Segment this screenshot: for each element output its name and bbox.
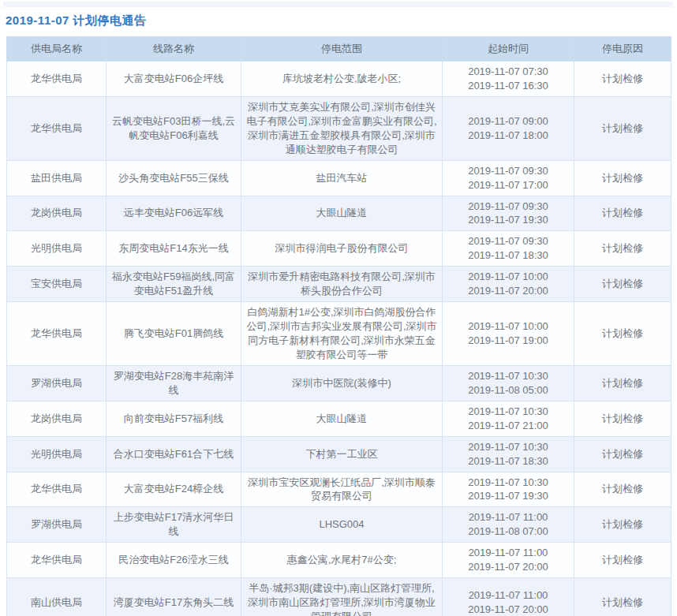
table-row: 光明供电局东周变电站F14东光一线深圳市得润电子股份有限公司2019-11-07… [7, 231, 671, 267]
time-start: 2019-11-07 09:30 [447, 164, 569, 178]
reason-cell: 计划检修 [574, 196, 671, 231]
column-header-reason: 停电原因 [574, 37, 671, 62]
line-cell: 上步变电站F17清水河华日线 [107, 507, 241, 543]
time-start: 2019-11-07 09:00 [447, 114, 569, 129]
scope-cell: 库坑坡老村公变,陂老小区; [241, 62, 443, 97]
bureau-cell: 龙华供电局 [7, 302, 107, 366]
bureau-cell: 龙岗供电局 [7, 401, 107, 436]
line-cell: 大富变电站F24樟企线 [107, 472, 241, 507]
table-row: 南山供电局湾厦变电站F17东角头二线半岛·城邦3期(建设中),南山区路灯管理所,… [7, 578, 671, 616]
time-start: 2019-11-07 11:00 [447, 546, 569, 560]
bureau-cell: 龙岗供电局 [7, 196, 107, 231]
scope-cell: 深圳市中医院(装修中) [241, 365, 443, 401]
table-row: 龙华供电局腾飞变电站F01腾鸽线白鸽湖新村1#公变,深圳市白鸽湖股份合作公司,深… [7, 302, 671, 366]
column-header-time: 起始时间 [443, 37, 574, 62]
time-start: 2019-11-07 10:30 [447, 440, 569, 454]
time-cell: 2019-11-07 10:002019-11-07 20:00 [443, 267, 574, 302]
reason-cell: 计划检修 [574, 365, 671, 401]
time-cell: 2019-11-07 10:302019-11-07 21:00 [443, 401, 574, 436]
reason-cell: 计划检修 [574, 543, 671, 578]
bureau-cell: 宝安供电局 [7, 267, 107, 302]
time-end: 2019-11-07 17:00 [447, 178, 569, 192]
scope-cell: 大眼山隧道 [241, 401, 443, 436]
time-cell: 2019-11-07 11:002019-11-07 20:00 [443, 578, 574, 616]
scope-cell: 大眼山隧道 [241, 196, 443, 231]
scope-cell: 深圳市艾克美实业有限公司,深圳市创佳兴电子有限公司,深圳市金富鹏实业有限公司,深… [241, 96, 443, 160]
bureau-cell: 罗湖供电局 [7, 507, 107, 543]
time-end: 2019-11-07 20:00 [447, 284, 569, 298]
time-start: 2019-11-07 10:00 [447, 319, 569, 334]
time-cell: 2019-11-07 09:302019-11-07 17:00 [443, 160, 574, 196]
time-cell: 2019-11-07 07:302019-11-07 16:30 [443, 62, 574, 97]
table-row: 宝安供电局福永变电站F59福岗线,同富变电站F51盈升线深圳市爱升精密电路科技有… [7, 267, 671, 302]
table-row: 龙岗供电局向前变电站F57福利线大眼山隧道2019-11-07 10:30201… [7, 401, 671, 436]
previous-row-remnant-strip [3, 2, 673, 7]
time-end: 2019-11-08 05:00 [447, 383, 569, 398]
line-cell: 腾飞变电站F01腾鸽线 [107, 302, 241, 366]
table-row: 罗湖供电局罗湖变电站F28海丰苑南洋线深圳市中医院(装修中)2019-11-07… [7, 365, 671, 401]
table-row: 龙华供电局大富变电站F06企坪线库坑坡老村公变,陂老小区;2019-11-07 … [7, 62, 671, 97]
time-start: 2019-11-07 10:30 [447, 405, 569, 419]
column-header-scope: 停电范围 [241, 37, 443, 62]
time-start: 2019-11-07 10:30 [447, 369, 569, 383]
line-cell: 罗湖变电站F28海丰苑南洋线 [107, 365, 241, 401]
time-cell: 2019-11-07 10:302019-11-07 19:30 [443, 472, 574, 507]
bureau-cell: 光明供电局 [7, 231, 107, 267]
reason-cell: 计划检修 [574, 507, 671, 543]
scope-cell: 深圳市得润电子股份有限公司 [241, 231, 443, 267]
bureau-cell: 龙华供电局 [7, 543, 107, 578]
bureau-cell: 盐田供电局 [7, 160, 107, 196]
table-row: 龙华供电局大富变电站F24樟企线深圳市宝安区观澜长江纸品厂,深圳市顺泰贸易有限公… [7, 472, 671, 507]
reason-cell: 计划检修 [574, 62, 671, 97]
bureau-cell: 龙华供电局 [7, 96, 107, 160]
scope-cell: 深圳市宝安区观澜长江纸品厂,深圳市顺泰贸易有限公司 [241, 472, 443, 507]
bureau-cell: 南山供电局 [7, 578, 107, 616]
reason-cell: 计划检修 [574, 160, 671, 196]
line-cell: 大富变电站F06企坪线 [107, 62, 241, 97]
outage-table: 供电局名称线路名称停电范围起始时间停电原因 龙华供电局大富变电站F06企坪线库坑… [6, 36, 671, 616]
line-cell: 湾厦变电站F17东角头二线 [107, 578, 241, 616]
reason-cell: 计划检修 [574, 302, 671, 366]
reason-cell: 计划检修 [574, 267, 671, 302]
time-end: 2019-11-07 18:00 [447, 129, 569, 143]
reason-cell: 计划检修 [574, 472, 671, 507]
time-end: 2019-11-07 18:30 [447, 454, 569, 469]
time-start: 2019-11-07 10:00 [447, 270, 569, 284]
header-row: 供电局名称线路名称停电范围起始时间停电原因 [7, 37, 671, 62]
scope-cell: 盐田汽车站 [241, 160, 443, 196]
time-start: 2019-11-07 10:30 [447, 476, 569, 490]
time-end: 2019-11-07 16:30 [447, 79, 569, 93]
table-row: 龙岗供电局远丰变电站F06远军线大眼山隧道2019-11-07 09:30201… [7, 196, 671, 231]
scope-cell: LHSG004 [241, 507, 443, 543]
table-row: 盐田供电局沙头角变电站F55三保线盐田汽车站2019-11-07 09:3020… [7, 160, 671, 196]
time-cell: 2019-11-07 09:302019-11-07 19:30 [443, 196, 574, 231]
page-title: 2019-11-07 计划停电通告 [6, 13, 677, 28]
reason-cell: 计划检修 [574, 436, 671, 472]
line-cell: 远丰变电站F06远军线 [107, 196, 241, 231]
time-start: 2019-11-07 11:00 [447, 588, 569, 603]
table-header: 供电局名称线路名称停电范围起始时间停电原因 [7, 37, 671, 62]
line-cell: 合水口变电站F61合下七线 [107, 436, 241, 472]
time-end: 2019-11-07 20:00 [447, 560, 569, 574]
table-body: 龙华供电局大富变电站F06企坪线库坑坡老村公变,陂老小区;2019-11-07 … [7, 62, 671, 616]
reason-cell: 计划检修 [574, 401, 671, 436]
bureau-cell: 龙华供电局 [7, 62, 107, 97]
reason-cell: 计划检修 [574, 96, 671, 160]
time-cell: 2019-11-07 09:302019-11-07 18:30 [443, 231, 574, 267]
line-cell: 东周变电站F14东光一线 [107, 231, 241, 267]
table-row: 龙华供电局云帆变电站F03田桥一线,云帆变电站F06利嘉线深圳市艾克美实业有限公… [7, 96, 671, 160]
time-end: 2019-11-07 20:00 [447, 603, 569, 616]
line-cell: 福永变电站F59福岗线,同富变电站F51盈升线 [107, 267, 241, 302]
time-end: 2019-11-07 18:30 [447, 248, 569, 263]
time-end: 2019-11-07 19:00 [447, 334, 569, 348]
line-cell: 沙头角变电站F55三保线 [107, 160, 241, 196]
scope-cell: 半岛·城邦3期(建设中),南山区路灯管理所,深圳市南山区路灯管理所,深圳市湾厦物… [241, 578, 443, 616]
time-start: 2019-11-07 07:30 [447, 65, 569, 79]
time-cell: 2019-11-07 11:002019-11-07 20:00 [443, 543, 574, 578]
line-cell: 向前变电站F57福利线 [107, 401, 241, 436]
time-cell: 2019-11-07 11:002019-11-08 07:00 [443, 507, 574, 543]
line-cell: 云帆变电站F03田桥一线,云帆变电站F06利嘉线 [107, 96, 241, 160]
bureau-cell: 龙华供电局 [7, 472, 107, 507]
scope-cell: 下村第一工业区 [241, 436, 443, 472]
time-cell: 2019-11-07 09:002019-11-07 18:00 [443, 96, 574, 160]
